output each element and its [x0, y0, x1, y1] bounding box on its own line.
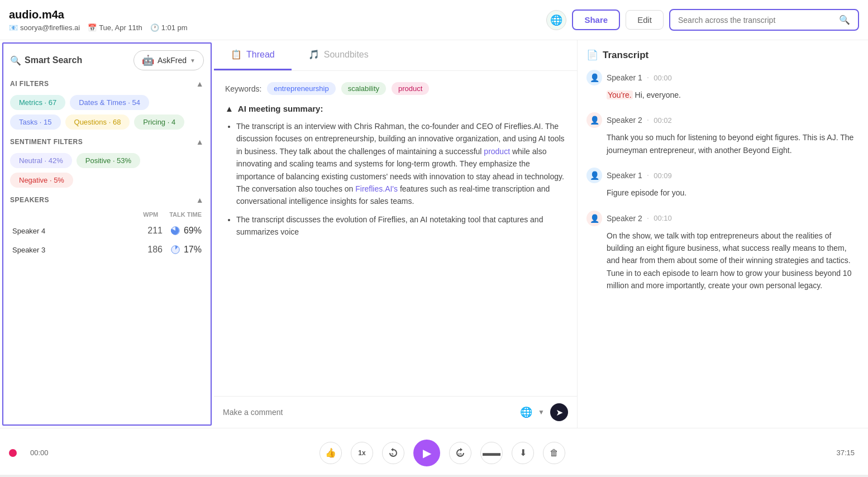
time-meta: 🕐 1:01 pm: [150, 23, 188, 32]
speaker-line-4: 👤 Speaker 2 · 00:10: [586, 211, 859, 226]
chip-questions[interactable]: Questions · 68: [65, 115, 130, 130]
dot-separator-4: ·: [647, 213, 649, 223]
user-meta: 📧 soorya@fireflies.ai: [9, 23, 80, 32]
globe-button[interactable]: 🌐: [546, 10, 566, 30]
speaker-line-3: 👤 Speaker 1 · 00:09: [586, 168, 859, 183]
chip-negative[interactable]: Negative · 5%: [10, 173, 73, 188]
comment-send-button[interactable]: ➤: [550, 403, 568, 421]
time-value: 1:01 pm: [161, 23, 188, 32]
like-button[interactable]: 👍: [319, 442, 342, 464]
highlight-youre: You're.: [607, 90, 633, 99]
avatar-speaker2-1: 👤: [586, 112, 602, 128]
search-icon: 🔍: [839, 15, 850, 25]
download-button[interactable]: ⬇: [512, 442, 534, 464]
sidebar: 🔍 Smart Search 🤖 AskFred ▼ AI FILTERS ▲ …: [2, 42, 212, 426]
talk-time-col-header: TALK TIME: [169, 211, 202, 218]
speaker-4-percent: 69%: [184, 226, 202, 236]
comment-input[interactable]: [223, 408, 514, 417]
speakers-section: WPM TALK TIME Speaker 4 211 69% Speaker …: [10, 211, 204, 259]
dot-separator-3: ·: [647, 170, 649, 180]
keyword-product[interactable]: product: [392, 82, 429, 95]
sentiment-chips: Neutral · 42% Positive · 53% Negative · …: [10, 153, 204, 188]
speaker2-label-1: Speaker 2: [607, 116, 642, 125]
speaker-4-pie-icon: [170, 226, 180, 236]
chip-metrics[interactable]: Metrics · 67: [10, 95, 65, 110]
comment-globe-icon[interactable]: 🌐: [520, 406, 532, 418]
rewind-button[interactable]: 5: [382, 442, 404, 464]
search-box: 🔍: [669, 9, 859, 31]
tab-thread[interactable]: 📋 Thread: [214, 40, 292, 70]
soundbites-icon: 🎵: [308, 49, 319, 60]
summary-header-label: AI meeting summary:: [238, 104, 323, 113]
progress-bar[interactable]: [0, 475, 868, 477]
speaker2-label-2: Speaker 2: [607, 214, 642, 223]
transcript-text-1: You're. Hi, everyone.: [586, 89, 859, 101]
middle-panel: 📋 Thread 🎵 Soundbites Keywords: entrepre…: [214, 40, 578, 428]
ai-filter-chips: Metrics · 67 Dates & Times · 54 Tasks · …: [10, 95, 204, 130]
speaker1-time-1: 00:00: [654, 74, 672, 82]
smart-search-label: Smart Search: [25, 55, 82, 65]
ai-filters-header: AI FILTERS ▲: [10, 79, 204, 88]
edit-button[interactable]: Edit: [626, 10, 664, 30]
chip-pricing[interactable]: Pricing · 4: [134, 115, 184, 130]
player-time-current: 00:00: [30, 449, 58, 457]
sentiment-filters-label: SENTIMENT FILTERS: [10, 138, 83, 146]
share-button[interactable]: Share: [572, 9, 620, 30]
speaker-3-name: Speaker 3: [12, 246, 135, 254]
comment-dropdown-icon[interactable]: ▼: [538, 408, 545, 416]
transcript-entry-4: 👤 Speaker 2 · 00:10 On the show, we talk…: [586, 211, 859, 292]
speed-button[interactable]: 1x: [351, 442, 373, 464]
speakers-table-header: WPM TALK TIME: [10, 211, 204, 218]
topbar: audio.m4a 📧 soorya@fireflies.ai 📅 Tue, A…: [0, 0, 868, 40]
avatar-speaker1-2: 👤: [586, 168, 602, 183]
sentiment-filters-toggle[interactable]: ▲: [196, 137, 204, 146]
search-tab-icon: 🔍: [10, 55, 21, 66]
delete-button[interactable]: 🗑: [543, 442, 565, 464]
chip-dates-times[interactable]: Dates & Times · 54: [70, 95, 149, 110]
transcript-icon: 📄: [586, 49, 598, 61]
transcript-title: 📄 Transcript: [586, 49, 859, 61]
chip-positive[interactable]: Positive · 53%: [77, 153, 140, 168]
summary-list: The transcript is an interview with Chri…: [225, 120, 566, 238]
askfred-button[interactable]: 🤖 AskFred ▼: [133, 50, 204, 70]
robot-icon: 🤖: [142, 54, 154, 66]
smart-search-tab[interactable]: 🔍 Smart Search: [10, 53, 133, 68]
sidebar-tabs: 🔍 Smart Search 🤖 AskFred ▼: [10, 50, 204, 70]
clock-icon: 🕐: [150, 23, 159, 32]
askfred-label: AskFred: [158, 56, 187, 65]
date-meta: 📅 Tue, Apr 11th: [88, 23, 142, 32]
summary-item-1: The transcript is an interview with Chri…: [236, 120, 566, 208]
forward-button[interactable]: 15: [449, 442, 471, 464]
speaker-3-percent: 17%: [184, 245, 202, 255]
topbar-left: audio.m4a 📧 soorya@fireflies.ai 📅 Tue, A…: [9, 8, 546, 32]
calendar-icon: 📅: [88, 23, 97, 32]
envelope-icon: 📧: [9, 23, 18, 32]
speaker-line-1: 👤 Speaker 1 · 00:00: [586, 70, 859, 85]
tab-soundbites[interactable]: 🎵 Soundbites: [292, 40, 385, 70]
speakers-label: SPEAKERS: [10, 196, 49, 204]
speakers-toggle[interactable]: ▲: [196, 195, 204, 204]
player-time-total: 37:15: [827, 449, 855, 457]
avatar-speaker2-2: 👤: [586, 211, 602, 226]
search-input[interactable]: [678, 16, 834, 25]
speaker-row[interactable]: Speaker 4 211 69%: [10, 221, 204, 240]
speaker-row[interactable]: Speaker 3 186 17%: [10, 240, 204, 259]
dot-separator-2: ·: [647, 115, 649, 125]
keyword-entrepreneurship[interactable]: entrepreneurship: [267, 82, 335, 95]
tab-soundbites-label: Soundbites: [324, 50, 369, 60]
chip-tasks[interactable]: Tasks · 15: [10, 115, 61, 130]
recording-indicator: [9, 449, 17, 457]
comment-box: 🌐 ▼ ➤: [214, 396, 577, 428]
speaker2-time-1: 00:02: [654, 116, 672, 125]
tab-thread-label: Thread: [246, 50, 275, 60]
player-bar: 00:00 👍 1x 5 ▶ 15 ▬▬ ⬇ 🗑 37:15: [0, 428, 868, 477]
play-button[interactable]: ▶: [413, 440, 440, 466]
transcript-entry-3: 👤 Speaker 1 · 00:09 Figure episode for y…: [586, 168, 859, 199]
ai-filters-toggle[interactable]: ▲: [196, 79, 204, 88]
keywords-label: Keywords:: [225, 84, 261, 93]
keyword-scalability[interactable]: scalability: [341, 82, 386, 95]
chip-neutral[interactable]: Neutral · 42%: [10, 153, 72, 168]
keywords-row: Keywords: entrepreneurship scalability p…: [225, 82, 566, 95]
summary-toggle-icon[interactable]: ▲: [225, 104, 233, 113]
waveform-button[interactable]: ▬▬: [480, 442, 503, 464]
